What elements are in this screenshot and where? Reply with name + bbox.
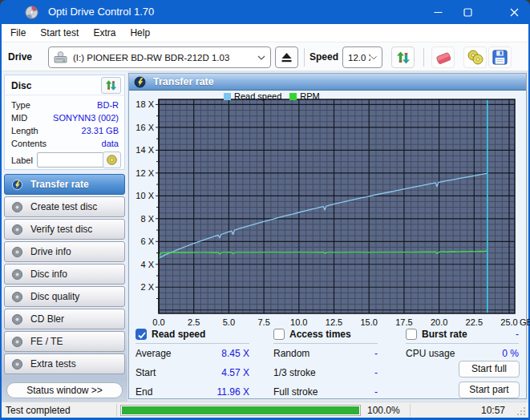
svg-text:22.5: 22.5 bbox=[466, 317, 483, 327]
transfer-rate-panel: Transfer rate Read speed RPM 2 X4 X6 X8 … bbox=[128, 73, 527, 399]
nav-item-disc-quality[interactable]: Disc quality bbox=[4, 286, 125, 307]
one-third-stroke-label: 1/3 stroke bbox=[273, 367, 316, 378]
status-bar: Test completed 100.0% 10:57 bbox=[2, 402, 528, 418]
resize-grip-icon[interactable] bbox=[516, 406, 526, 416]
start-label: Start bbox=[136, 367, 156, 378]
rule bbox=[136, 343, 249, 344]
svg-text:25.0: 25.0 bbox=[500, 317, 517, 327]
disc-refresh-button[interactable] bbox=[101, 77, 121, 94]
toolbar-separator bbox=[304, 48, 305, 67]
disc-quality-icon bbox=[11, 291, 23, 303]
refresh-icon bbox=[105, 79, 117, 91]
drive-value: (I:) PIONEER BD-RW BDR-212D 1.03 bbox=[73, 53, 229, 63]
disc-label-label: Label bbox=[11, 155, 33, 165]
cd-bler-icon bbox=[11, 313, 23, 325]
start-part-button[interactable]: Start part bbox=[459, 382, 520, 398]
minimize-button[interactable] bbox=[426, 1, 450, 23]
access-times-checkbox[interactable] bbox=[273, 329, 285, 340]
close-button[interactable] bbox=[502, 1, 526, 23]
yellow-discs-icon bbox=[467, 49, 484, 66]
nav-item-disc-info[interactable]: Disc info bbox=[4, 264, 125, 285]
statusbar-separator bbox=[116, 404, 117, 417]
toolbar: Drive (I:) PIONEER BD-RW BDR-212D 1.03 S… bbox=[2, 42, 528, 71]
burst-rate-section-label: Burst rate bbox=[422, 329, 467, 340]
eject-button[interactable] bbox=[275, 46, 298, 68]
save-icon bbox=[492, 49, 508, 66]
read-speed-swatch bbox=[224, 93, 231, 100]
nav-item-verify-test-disc[interactable]: Verify test disc bbox=[4, 219, 125, 240]
save-button[interactable] bbox=[488, 46, 512, 68]
disc-row-length: Length 23.31 GB bbox=[5, 125, 124, 138]
nav-label: Create test disc bbox=[30, 201, 97, 212]
read-speed-checkbox[interactable] bbox=[136, 329, 147, 340]
verify-test-disc-icon bbox=[11, 224, 23, 236]
transfer-rate-chart: 2 X4 X6 X8 X10 X12 X14 X16 X18 X0.02.55.… bbox=[129, 91, 527, 333]
cpu-usage-label: CPU usage bbox=[406, 348, 455, 359]
nav-item-extra-tests[interactable]: Extra tests bbox=[4, 353, 125, 374]
drive-label: Drive bbox=[8, 51, 32, 63]
drive-select[interactable]: (I:) PIONEER BD-RW BDR-212D 1.03 bbox=[48, 46, 271, 68]
menu-start-test[interactable]: Start test bbox=[33, 26, 86, 40]
nav-item-create-test-disc[interactable]: Create test disc bbox=[4, 196, 125, 217]
nav-label: Extra tests bbox=[30, 358, 76, 370]
sidebar: Disc Type BD-R MID bbox=[2, 71, 127, 402]
disc-label-row: Label bbox=[5, 152, 124, 170]
eraser-icon bbox=[434, 49, 453, 67]
check-icon bbox=[137, 330, 147, 340]
nav-item-fe-te[interactable]: FE / TE bbox=[4, 331, 125, 352]
refresh-speeds-button[interactable] bbox=[391, 46, 415, 68]
disc-mid-label: MID bbox=[11, 113, 27, 123]
average-label: Average bbox=[136, 348, 171, 359]
window-title: Opti Drive Control 1.70 bbox=[48, 6, 154, 18]
nav-item-drive-info[interactable]: Drive info bbox=[4, 241, 125, 262]
chevron-down-icon bbox=[370, 55, 377, 60]
disc-row-contents: Contents data bbox=[5, 138, 124, 151]
speed-label: Speed bbox=[310, 51, 338, 63]
one-third-stroke-value: - bbox=[338, 367, 378, 378]
speed-select[interactable]: 12.0 X bbox=[342, 46, 382, 68]
transfer-rate-icon bbox=[11, 179, 23, 191]
disc-length-label: Length bbox=[11, 126, 38, 135]
nav-item-cd-bler[interactable]: CD Bler bbox=[4, 309, 125, 329]
menu-help[interactable]: Help bbox=[123, 26, 157, 40]
erase-disc-button[interactable] bbox=[431, 46, 455, 68]
create-test-disc-icon bbox=[11, 201, 23, 213]
app-window: Opti Drive Control 1.70 File Start test … bbox=[0, 0, 530, 420]
disc-label-input[interactable] bbox=[37, 152, 104, 168]
nav-label: CD Bler bbox=[30, 313, 64, 325]
full-stroke-label: Full stroke bbox=[273, 386, 318, 398]
panel-header: Transfer rate bbox=[129, 74, 526, 91]
app-cd-icon bbox=[25, 6, 38, 19]
svg-text:18 X: 18 X bbox=[136, 99, 154, 109]
disc-info-icon bbox=[11, 269, 23, 281]
fe-te-icon bbox=[11, 336, 23, 348]
svg-text:0.0: 0.0 bbox=[152, 317, 164, 327]
burst-rate-checkbox[interactable] bbox=[406, 329, 417, 340]
svg-text:4 X: 4 X bbox=[140, 260, 154, 269]
maximize-button[interactable] bbox=[455, 1, 479, 23]
end-value: 11.96 X bbox=[201, 386, 249, 398]
eject-icon bbox=[281, 52, 293, 63]
random-label: Random bbox=[273, 348, 310, 359]
svg-text:12 X: 12 X bbox=[136, 168, 154, 178]
end-label: End bbox=[136, 386, 152, 398]
menu-file[interactable]: File bbox=[3, 26, 33, 40]
svg-text:2 X: 2 X bbox=[140, 282, 154, 292]
rpm-legend-label: RPM bbox=[300, 91, 319, 101]
disc-tools-button[interactable] bbox=[463, 46, 487, 68]
statusbar-separator bbox=[410, 404, 411, 417]
nav-label: Drive info bbox=[30, 246, 71, 257]
menu-extra[interactable]: Extra bbox=[86, 26, 123, 40]
progress-bar-fill bbox=[122, 406, 359, 414]
status-window-button[interactable]: Status window >> bbox=[6, 382, 123, 398]
disc-label-button[interactable] bbox=[103, 151, 121, 168]
full-stroke-value: - bbox=[338, 386, 378, 398]
nav-item-transfer-rate[interactable]: Transfer rate bbox=[4, 174, 125, 195]
start-full-button[interactable]: Start full bbox=[459, 361, 520, 378]
svg-text:5.0: 5.0 bbox=[223, 317, 235, 327]
nav-label: Transfer rate bbox=[30, 179, 89, 190]
read-speed-section-label: Read speed bbox=[152, 329, 205, 340]
burst-rate-value: - bbox=[479, 329, 519, 340]
chevron-down-icon bbox=[257, 55, 265, 60]
svg-text:20.0: 20.0 bbox=[431, 317, 447, 327]
